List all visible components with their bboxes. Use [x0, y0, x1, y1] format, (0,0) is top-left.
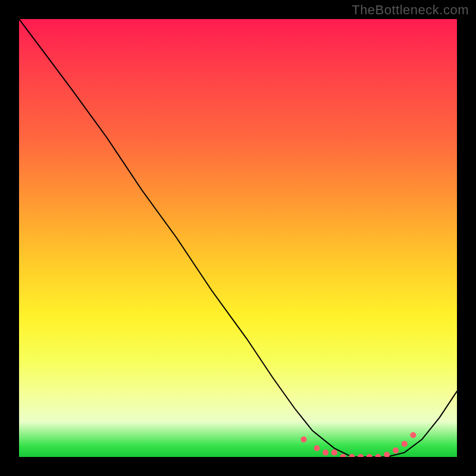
valley-dot	[367, 454, 372, 457]
valley-dot	[384, 452, 390, 457]
plot-area	[19, 19, 457, 457]
valley-dot	[375, 454, 381, 457]
watermark-text: TheBottleneck.com	[352, 2, 469, 18]
valley-dot	[349, 454, 355, 457]
valley-dot	[393, 447, 399, 453]
valley-dot	[300, 437, 306, 443]
valley-dot	[331, 450, 337, 456]
valley-dot	[314, 445, 320, 451]
chart-container: TheBottleneck.com	[0, 0, 476, 476]
chart-overlay	[19, 19, 457, 457]
valley-dot	[340, 454, 346, 457]
valley-dot	[410, 432, 416, 438]
valley-dot	[358, 454, 364, 457]
valley-dot	[402, 441, 408, 447]
bottleneck-curve	[19, 19, 457, 457]
valley-dot	[322, 450, 328, 456]
